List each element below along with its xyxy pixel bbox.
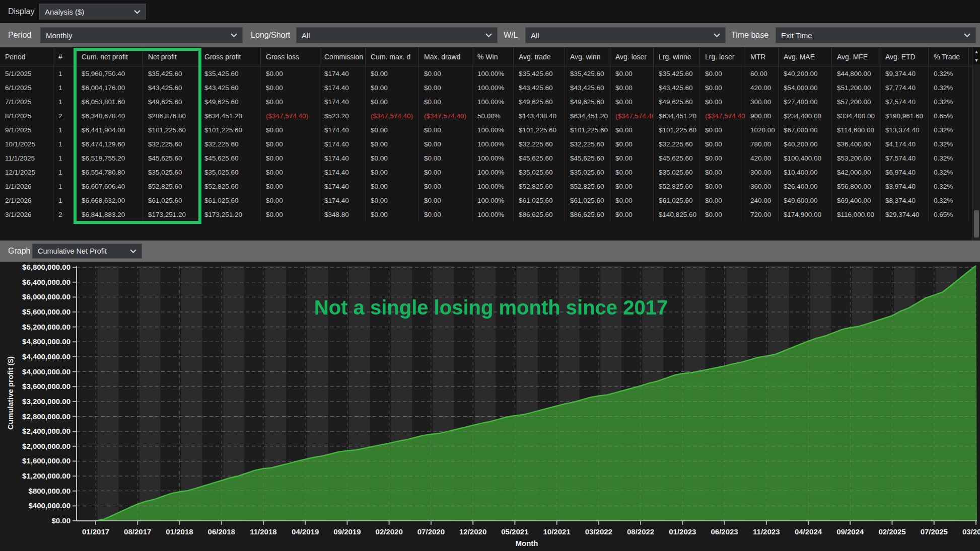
y-tick-label: $0.00 [51,516,71,525]
column-header[interactable]: # [53,47,77,66]
x-tick-label: 04/2019 [292,527,319,536]
y-tick-label: $800,000.00 [29,487,71,495]
cell: $0.00 [419,81,472,95]
x-tick-label: 11/2018 [250,527,276,536]
cell: $43,425.60 [514,81,565,95]
column-header[interactable]: Avg. MAE [779,47,832,66]
cell: 0.32% [929,66,969,81]
column-header[interactable]: Period [0,47,53,66]
chevron-down-icon [134,10,141,14]
cell: $49,625.60 [565,95,610,109]
column-header[interactable]: Avg. MFE [832,47,880,66]
cell: 900.00 [745,109,779,123]
cell: $0.00 [700,207,745,221]
cell: $35,425.60 [565,66,610,81]
cell: 420.00 [745,151,779,165]
display-bar: Display Analysis ($) [0,0,980,23]
scroll-up-icon[interactable]: ▲ [972,47,980,56]
cell: $0.00 [610,179,654,193]
cell: $32,225.60 [143,137,199,151]
column-header[interactable]: % Win [472,47,514,66]
cell: $0.00 [700,81,745,95]
cell: 7/1/2025 [0,95,53,109]
cell: $523.20 [319,109,366,123]
long-short-dropdown[interactable]: All [296,27,498,43]
table-row[interactable]: 10/1/20251$6,474,129.60$32,225.60$32,225… [0,137,980,151]
time-base-dropdown-value: Exit Time [781,31,812,40]
cell: $174.40 [319,81,366,95]
cell: 0.32% [929,193,969,207]
column-header[interactable]: Gross loss [261,47,319,66]
table-row[interactable]: 6/1/20251$6,004,176.00$43,425.60$43,425.… [0,81,980,95]
cell: $0.00 [700,66,745,81]
wl-dropdown[interactable]: All [525,27,726,43]
table-scrollbar[interactable]: ▲ ▼ [972,47,980,241]
cell: 0.32% [929,137,969,151]
cell: $174.40 [319,95,366,109]
column-header[interactable]: Lrg. winne [654,47,700,66]
table-row[interactable]: 2/1/20261$6,668,632.00$61,025.60$61,025.… [0,193,980,207]
column-header[interactable]: Cum. max. d [366,47,419,66]
cell: 1 [53,81,77,95]
column-header[interactable]: Cum. net profit [77,47,143,66]
graph-dropdown[interactable]: Cumulative Net Profit [32,244,142,259]
cell: $190,961.60 [880,109,929,123]
cell: $35,425.60 [143,66,199,81]
cell: 100.00% [472,193,514,207]
cell: $0.00 [261,193,319,207]
table-row[interactable]: 7/1/20251$6,053,801.60$49,625.60$49,625.… [0,95,980,109]
y-tick-label: $4,800,000.00 [22,337,71,346]
y-tick-label: $3,200,000.00 [22,397,71,406]
cell: $57,200.00 [832,95,880,109]
cell: $40,200.00 [779,66,832,81]
cell: $0.00 [610,165,654,179]
cell: 420.00 [745,81,779,95]
cell: 1 [53,95,77,109]
column-header[interactable]: Net profit [143,47,199,66]
table-row[interactable]: 9/1/20251$6,441,904.00$101,225.60$101,22… [0,123,980,137]
cell: $0.00 [419,66,472,81]
cell: $0.00 [610,151,654,165]
cell: $143,438.40 [514,109,565,123]
cell: 100.00% [472,66,514,81]
display-dropdown[interactable]: Analysis ($) [39,4,146,20]
period-dropdown[interactable]: Monthly [40,27,243,43]
table-row[interactable]: 8/1/20252$6,340,678.40$286,876.80$634,45… [0,109,980,123]
column-header[interactable]: Lrg. loser [700,47,745,66]
cell: $634,451.20 [654,109,700,123]
chevron-down-icon [130,249,136,253]
cell: $0.00 [610,95,654,109]
column-header[interactable]: % Trade [929,47,969,66]
long-short-label: Long/Short [251,31,290,40]
table-row[interactable]: 1/1/20261$6,607,606.40$52,825.60$52,825.… [0,179,980,193]
x-tick-label: 05/2021 [501,527,528,536]
time-base-dropdown[interactable]: Exit Time [776,27,976,43]
table-row[interactable]: 12/1/20251$6,554,780.80$35,025.60$35,025… [0,165,980,179]
column-header[interactable]: Gross profit [199,47,261,66]
scrollbar-thumb[interactable] [974,210,979,238]
cell: $0.00 [419,179,472,193]
scroll-down-icon[interactable]: ▼ [972,56,980,64]
table-row[interactable]: 5/1/20251$5,960,750.40$35,425.60$35,425.… [0,66,980,81]
chevron-down-icon [485,33,492,37]
cell: $0.00 [700,179,745,193]
cell: $35,425.60 [199,66,261,81]
y-tick-label: $2,800,000.00 [22,412,71,421]
table-row[interactable]: 3/1/20262$6,841,883.20$173,251.20$173,25… [0,207,980,221]
column-header[interactable]: Avg. ETD [880,47,929,66]
column-header[interactable]: Avg. loser [610,47,654,66]
column-header[interactable]: Avg. trade [514,47,565,66]
cell: $0.00 [366,207,419,221]
column-header[interactable]: Avg. winn [565,47,610,66]
column-header[interactable]: Commission [319,47,366,66]
cell: $634,451.20 [565,109,610,123]
cell: $67,000.00 [779,123,832,137]
cell: 300.00 [745,165,779,179]
column-header[interactable]: Max. drawd [419,47,472,66]
table-row[interactable]: 11/1/20251$6,519,755.20$45,625.60$45,625… [0,151,980,165]
cell: 9/1/2025 [0,123,53,137]
wl-dropdown-value: All [531,31,539,40]
column-header[interactable]: MTR [745,47,779,66]
display-label: Display [8,7,34,16]
x-tick-label: 10/2021 [543,527,571,536]
